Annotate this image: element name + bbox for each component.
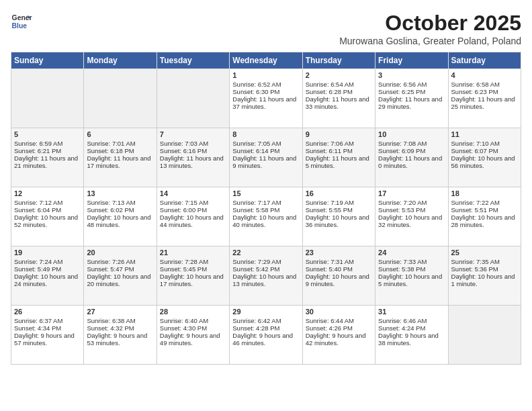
svg-text:Blue: Blue [12,22,28,30]
day-info: Sunset: 4:24 PM [378,324,445,332]
day-number: 15 [232,189,299,197]
day-info: Sunrise: 7:05 AM [232,140,299,147]
day-info: Sunset: 5:53 PM [378,206,445,214]
day-info: Daylight: 9 hours and 53 minutes. [87,332,153,347]
day-info: Daylight: 11 hours and 5 minutes. [306,154,372,169]
day-info: Sunrise: 7:29 AM [232,258,299,265]
day-info: Sunrise: 7:31 AM [306,258,372,265]
day-info: Sunset: 6:00 PM [160,206,226,214]
day-number: 26 [14,308,81,316]
calendar-cell: 26Sunrise: 6:37 AMSunset: 4:34 PMDayligh… [11,306,84,365]
day-info: Daylight: 11 hours and 0 minutes. [378,154,445,169]
location-title: Murowana Goslina, Greater Poland, Poland [339,36,521,46]
day-info: Sunset: 6:28 PM [306,88,372,95]
day-info: Sunset: 4:32 PM [87,324,153,332]
day-number: 14 [160,189,226,197]
calendar-cell: 4Sunrise: 6:58 AMSunset: 6:23 PMDaylight… [448,69,521,128]
day-info: Sunset: 6:09 PM [378,147,445,154]
day-number: 5 [14,130,81,138]
day-info: Sunrise: 7:22 AM [451,199,518,206]
day-info: Daylight: 10 hours and 56 minutes. [451,154,518,169]
day-info: Daylight: 10 hours and 28 minutes. [451,214,518,228]
calendar-cell: 11Sunrise: 7:10 AMSunset: 6:07 PMDayligh… [448,128,521,187]
calendar-week-row: 5Sunrise: 6:59 AMSunset: 6:21 PMDaylight… [11,128,521,187]
day-info: Sunset: 6:21 PM [14,147,81,154]
day-info: Sunrise: 6:38 AM [87,317,153,324]
day-info: Daylight: 10 hours and 17 minutes. [160,273,226,287]
day-info: Sunset: 6:18 PM [87,147,153,154]
day-info: Daylight: 10 hours and 48 minutes. [87,214,153,228]
day-info: Sunrise: 6:40 AM [160,317,226,324]
day-info: Sunset: 5:51 PM [451,206,518,214]
calendar-cell: 12Sunrise: 7:12 AMSunset: 6:04 PMDayligh… [11,187,84,246]
weekday-header: Sunday [11,52,84,69]
day-info: Daylight: 10 hours and 36 minutes. [306,214,372,228]
day-number: 28 [160,308,226,316]
calendar-cell: 27Sunrise: 6:38 AMSunset: 4:32 PMDayligh… [84,306,157,365]
weekday-header: Monday [84,52,157,69]
day-info: Sunset: 5:49 PM [14,265,81,273]
day-info: Sunrise: 6:44 AM [306,317,372,324]
calendar-cell: 19Sunrise: 7:24 AMSunset: 5:49 PMDayligh… [11,246,84,306]
day-info: Sunrise: 7:24 AM [14,258,81,265]
day-number: 2 [306,71,372,79]
day-info: Sunrise: 6:56 AM [378,81,445,88]
day-number: 19 [14,248,81,257]
day-info: Daylight: 9 hours and 38 minutes. [378,332,445,347]
day-info: Sunrise: 7:26 AM [87,258,153,265]
month-title: October 2025 [339,11,521,36]
day-info: Daylight: 9 hours and 46 minutes. [232,332,299,347]
day-info: Daylight: 9 hours and 42 minutes. [306,332,372,347]
day-info: Sunrise: 7:06 AM [306,140,372,147]
day-info: Sunset: 5:55 PM [306,206,372,214]
day-info: Sunset: 4:28 PM [232,324,299,332]
day-info: Sunrise: 7:33 AM [378,258,445,265]
calendar-week-row: 26Sunrise: 6:37 AMSunset: 4:34 PMDayligh… [11,306,521,365]
day-number: 12 [14,189,81,197]
day-info: Sunrise: 6:59 AM [14,140,81,147]
day-info: Daylight: 10 hours and 20 minutes. [87,273,153,287]
day-number: 27 [87,308,153,316]
calendar-cell: 29Sunrise: 6:42 AMSunset: 4:28 PMDayligh… [230,306,302,365]
day-number: 16 [306,189,372,197]
day-info: Sunset: 6:04 PM [14,206,81,214]
day-info: Sunset: 5:58 PM [232,206,299,214]
day-info: Sunrise: 7:12 AM [14,199,81,206]
calendar-week-row: 19Sunrise: 7:24 AMSunset: 5:49 PMDayligh… [11,246,521,306]
day-info: Sunset: 6:07 PM [451,147,518,154]
day-info: Sunrise: 6:46 AM [378,317,445,324]
day-info: Daylight: 10 hours and 5 minutes. [378,273,445,287]
day-info: Daylight: 9 hours and 49 minutes. [160,332,226,347]
calendar-cell: 7Sunrise: 7:03 AMSunset: 6:16 PMDaylight… [157,128,229,187]
day-number: 8 [232,130,299,138]
calendar-cell [11,69,84,128]
day-info: Daylight: 10 hours and 1 minute. [451,273,518,287]
calendar-cell: 10Sunrise: 7:08 AMSunset: 6:09 PMDayligh… [375,128,448,187]
day-number: 20 [87,248,153,257]
day-info: Sunset: 6:23 PM [451,88,518,95]
day-info: Sunset: 6:30 PM [232,88,299,95]
day-info: Sunset: 6:25 PM [378,88,445,95]
day-info: Sunset: 5:38 PM [378,265,445,273]
day-number: 30 [306,308,372,316]
day-info: Sunrise: 7:10 AM [451,140,518,147]
calendar-cell: 6Sunrise: 7:01 AMSunset: 6:18 PMDaylight… [84,128,157,187]
calendar-cell: 17Sunrise: 7:20 AMSunset: 5:53 PMDayligh… [375,187,448,246]
page-header: General Blue October 2025 Murowana Gosli… [11,11,521,46]
day-info: Sunset: 6:11 PM [306,147,372,154]
day-info: Daylight: 10 hours and 52 minutes. [14,214,81,228]
logo: General Blue [11,11,32,32]
calendar-cell: 18Sunrise: 7:22 AMSunset: 5:51 PMDayligh… [448,187,521,246]
calendar-cell: 8Sunrise: 7:05 AMSunset: 6:14 PMDaylight… [230,128,302,187]
day-info: Sunrise: 7:15 AM [160,199,226,206]
day-number: 21 [160,248,226,257]
day-info: Sunset: 6:16 PM [160,147,226,154]
day-number: 18 [451,189,518,197]
day-number: 13 [87,189,153,197]
day-info: Sunrise: 7:13 AM [87,199,153,206]
day-number: 3 [378,71,445,79]
day-info: Sunrise: 7:20 AM [378,199,445,206]
calendar-cell: 22Sunrise: 7:29 AMSunset: 5:42 PMDayligh… [230,246,302,306]
day-info: Sunrise: 6:37 AM [14,317,81,324]
day-info: Daylight: 11 hours and 21 minutes. [14,154,81,169]
